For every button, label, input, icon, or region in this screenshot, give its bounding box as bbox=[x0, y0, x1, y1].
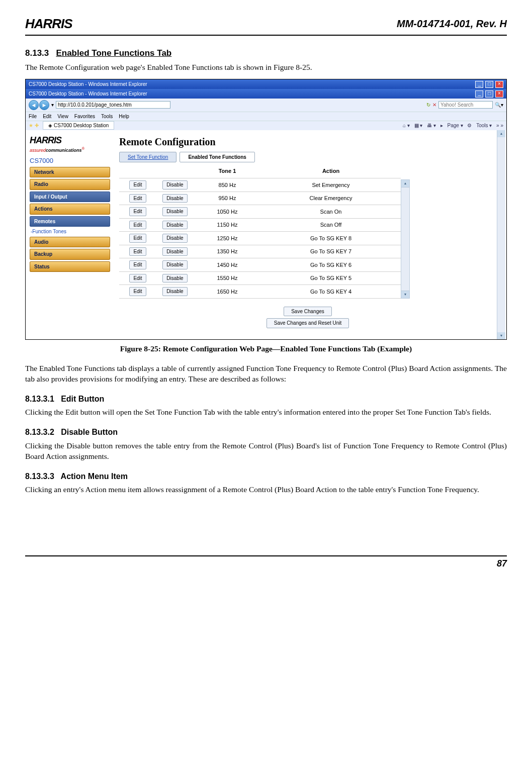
dropdown-icon[interactable]: ▾ bbox=[51, 102, 54, 109]
sub-action-text: Clicking an entry's Action menu item all… bbox=[25, 485, 507, 495]
window-title: CS7000 Desktop Station - Windows Interne… bbox=[29, 81, 147, 88]
document-id: MM-014714-001, Rev. H bbox=[397, 17, 507, 31]
page-scroll-up-icon[interactable]: ▴ bbox=[497, 130, 505, 137]
menu-file[interactable]: File bbox=[29, 113, 37, 120]
disable-button[interactable]: Disable bbox=[162, 247, 187, 256]
save-reset-button[interactable]: Save Changes and Reset Unit bbox=[267, 318, 349, 328]
search-icon[interactable]: 🔍▾ bbox=[495, 102, 503, 109]
edit-button[interactable]: Edit bbox=[129, 260, 146, 269]
edit-button[interactable]: Edit bbox=[129, 221, 146, 230]
page-scrollbar[interactable]: ▴ ▾ bbox=[497, 130, 505, 339]
nav-function-tones[interactable]: -Function Tones bbox=[31, 228, 110, 235]
scroll-down-icon[interactable]: ▾ bbox=[401, 291, 409, 298]
print-icon[interactable]: 🖶 ▾ bbox=[427, 123, 436, 128]
edit-button[interactable]: Edit bbox=[129, 247, 146, 256]
edit-button[interactable]: Edit bbox=[129, 194, 146, 203]
action-cell[interactable]: Go To SG KEY 6 bbox=[261, 258, 401, 272]
table-description: The Enabled Tone Functions tab displays … bbox=[25, 363, 507, 385]
action-cell[interactable]: Go To SG KEY 5 bbox=[261, 271, 401, 285]
disable-button[interactable]: Disable bbox=[162, 260, 187, 269]
minimize-icon[interactable]: _ bbox=[475, 81, 483, 88]
add-favorite-icon[interactable]: ✚ bbox=[35, 123, 39, 128]
stop-icon[interactable]: ✕ bbox=[432, 102, 436, 109]
menu-help[interactable]: Help bbox=[119, 113, 129, 120]
close-icon[interactable]: × bbox=[495, 90, 503, 98]
action-cell[interactable]: Go To SG KEY 4 bbox=[261, 285, 401, 299]
url-input[interactable] bbox=[56, 101, 170, 109]
tone-cell: 1650 Hz bbox=[194, 285, 261, 299]
favorites-star-icon[interactable]: ★ bbox=[29, 123, 33, 128]
section-heading: 8.13.3 Enabled Tone Functions Tab bbox=[25, 48, 507, 59]
disable-button[interactable]: Disable bbox=[162, 274, 187, 283]
chevron-icon[interactable]: » » bbox=[496, 123, 503, 128]
action-cell[interactable]: Scan Off bbox=[261, 218, 401, 232]
nav-radio[interactable]: Radio bbox=[30, 179, 110, 190]
tone-cell: 950 Hz bbox=[194, 192, 261, 205]
home-icon[interactable]: ⌂ ▾ bbox=[403, 123, 410, 128]
page-menu[interactable]: ▸ Page ▾ bbox=[440, 123, 463, 128]
disable-button[interactable]: Disable bbox=[162, 194, 187, 203]
ie-inner-titlebar: CS7000 Desktop Station - Windows Interne… bbox=[26, 89, 506, 99]
nav-backup[interactable]: Backup bbox=[30, 249, 110, 260]
table-row: EditDisable950 HzClear Emergency bbox=[119, 192, 401, 205]
maximize-icon[interactable]: □ bbox=[485, 90, 493, 98]
nav-input-output[interactable]: Input / Output bbox=[30, 192, 110, 203]
tab-enabled-tone-functions[interactable]: Enabled Tone Functions bbox=[180, 152, 254, 163]
disable-button[interactable]: Disable bbox=[162, 287, 187, 296]
tab-set-tone-function[interactable]: Set Tone Function bbox=[119, 152, 176, 163]
table-row: EditDisable1250 HzGo To SG KEY 8 bbox=[119, 232, 401, 245]
table-scrollbar[interactable]: ▴ ▾ bbox=[401, 179, 410, 298]
edit-button[interactable]: Edit bbox=[129, 207, 146, 216]
tools-menu[interactable]: ⚙ Tools ▾ bbox=[467, 123, 492, 128]
content-tabs: Set Tone Function Enabled Tone Functions bbox=[119, 152, 496, 163]
disable-button[interactable]: Disable bbox=[162, 234, 187, 243]
forward-icon[interactable]: ► bbox=[39, 100, 49, 110]
search-input[interactable] bbox=[438, 101, 493, 109]
action-cell[interactable]: Clear Emergency bbox=[261, 192, 401, 205]
scroll-up-icon[interactable]: ▴ bbox=[401, 180, 409, 187]
disable-button[interactable]: Disable bbox=[162, 221, 187, 230]
tone-cell: 1450 Hz bbox=[194, 258, 261, 272]
save-buttons: Save Changes Save Changes and Reset Unit bbox=[119, 306, 496, 329]
nav-audio[interactable]: Audio bbox=[30, 237, 110, 248]
sub-edit-text: Clicking the Edit button will open the S… bbox=[25, 407, 507, 418]
edit-button[interactable]: Edit bbox=[129, 180, 146, 189]
browser-tab[interactable]: ◈ CS7000 Desktop Station bbox=[43, 121, 114, 130]
col-action: Action bbox=[261, 165, 401, 178]
disable-button[interactable]: Disable bbox=[162, 207, 187, 216]
edit-button[interactable]: Edit bbox=[129, 287, 146, 296]
edit-button[interactable]: Edit bbox=[129, 274, 146, 283]
table-row: EditDisable1350 HzGo To SG KEY 7 bbox=[119, 245, 401, 258]
table-row: EditDisable1150 HzScan Off bbox=[119, 218, 401, 232]
action-cell[interactable]: Go To SG KEY 8 bbox=[261, 232, 401, 245]
nav-remotes[interactable]: Remotes bbox=[30, 216, 110, 227]
refresh-icon[interactable]: ↻ bbox=[426, 102, 430, 109]
window-title-2: CS7000 Desktop Station - Windows Interne… bbox=[29, 90, 147, 98]
nav-actions[interactable]: Actions bbox=[30, 204, 110, 215]
menu-edit[interactable]: Edit bbox=[43, 113, 51, 120]
action-cell[interactable]: Scan On bbox=[261, 205, 401, 219]
section-number: 8.13.3 bbox=[25, 48, 49, 58]
action-cell[interactable]: Set Emergency bbox=[261, 178, 401, 192]
minimize-icon[interactable]: _ bbox=[475, 90, 483, 98]
menu-view[interactable]: View bbox=[57, 113, 68, 120]
edit-button[interactable]: Edit bbox=[129, 234, 146, 243]
disable-button[interactable]: Disable bbox=[162, 180, 187, 189]
nav-network[interactable]: Network bbox=[30, 167, 110, 178]
sidebar-product: CS7000 bbox=[30, 156, 110, 165]
maximize-icon[interactable]: □ bbox=[485, 81, 493, 88]
save-changes-button[interactable]: Save Changes bbox=[284, 307, 332, 317]
tone-cell: 1250 Hz bbox=[194, 232, 261, 245]
ie-outer-titlebar: CS7000 Desktop Station - Windows Interne… bbox=[26, 79, 506, 89]
back-icon[interactable]: ◄ bbox=[29, 100, 39, 110]
page-scroll-down-icon[interactable]: ▾ bbox=[497, 332, 505, 339]
menu-favorites[interactable]: Favorites bbox=[74, 113, 95, 120]
sub-disable-text: Clicking the Disable button removes the … bbox=[25, 441, 507, 462]
tone-table: Tone 1 Action EditDisable850 HzSet Emerg… bbox=[119, 165, 401, 298]
action-cell[interactable]: Go To SG KEY 7 bbox=[261, 245, 401, 258]
nav-status[interactable]: Status bbox=[30, 261, 110, 272]
table-row: EditDisable1450 HzGo To SG KEY 6 bbox=[119, 258, 401, 272]
feeds-icon[interactable]: ▦ ▾ bbox=[414, 123, 423, 128]
close-icon[interactable]: × bbox=[495, 81, 503, 88]
menu-tools[interactable]: Tools bbox=[101, 113, 113, 120]
